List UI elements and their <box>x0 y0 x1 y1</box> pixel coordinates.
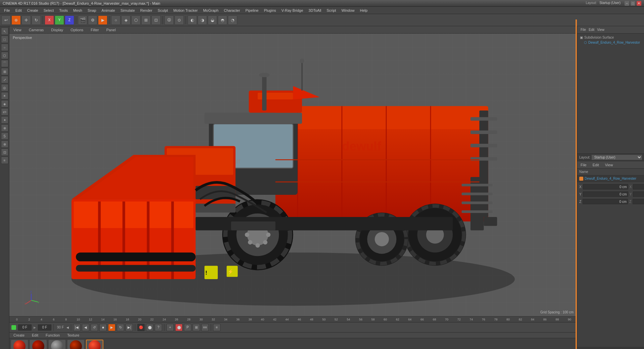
menu-character[interactable]: Character <box>221 8 243 13</box>
viewport-3d[interactable]: Perspective Grid Spacing : 100 cm <box>9 34 577 316</box>
minimize-button[interactable]: − <box>625 1 629 6</box>
key-btn-5[interactable]: ≡≡ <box>201 324 209 331</box>
menu-pipeline[interactable]: Pipeline <box>243 8 261 13</box>
tool-pointer[interactable]: ↖ <box>1 28 8 35</box>
snap-tool-2[interactable]: ⊙ <box>175 15 184 25</box>
menu-simulate[interactable]: Simulate <box>118 8 138 13</box>
key-btn-4[interactable]: ⊞ <box>193 324 200 331</box>
tool-tag[interactable]: 🏷 <box>1 108 8 116</box>
material-vr-bod[interactable]: VR_Bod <box>30 340 47 349</box>
coord-z-size[interactable] <box>633 199 644 204</box>
tool-sphere[interactable]: ○ <box>1 44 8 51</box>
render-button[interactable]: ▶ <box>98 15 107 25</box>
tool-xref[interactable]: ⊗ <box>1 124 8 132</box>
menu-help[interactable]: Help <box>357 8 370 13</box>
camera-tool-3[interactable]: ◒ <box>208 15 217 25</box>
mat-menu-texture[interactable]: Texture <box>65 333 81 338</box>
material-vr-back[interactable]: VR_Back <box>11 340 28 349</box>
play-reverse-button[interactable]: ↺ <box>91 324 98 331</box>
vp-menu-display[interactable]: Display <box>49 27 65 33</box>
z-axis-button[interactable]: Z <box>65 15 74 25</box>
object-tool-1[interactable]: ○ <box>111 15 120 25</box>
current-frame-input[interactable] <box>18 324 32 331</box>
menu-render[interactable]: Render <box>138 8 155 13</box>
prev-frame-button[interactable]: ◀ <box>82 324 89 331</box>
menu-tools[interactable]: Tools <box>56 8 70 13</box>
menu-file[interactable]: File <box>1 8 13 13</box>
coord-y-pos[interactable] <box>583 191 628 197</box>
camera-tool-4[interactable]: ◓ <box>218 15 227 25</box>
tool-nurbs[interactable]: ⊞ <box>1 68 8 75</box>
timeline-ruler[interactable]: 0 2 4 6 8 10 12 14 16 18 20 22 24 26 28 … <box>9 316 577 322</box>
key-btn-2[interactable]: ⬤ <box>175 324 183 331</box>
vp-menu-cameras[interactable]: Cameras <box>27 27 46 33</box>
next-frame-button[interactable]: ↻ <box>117 324 124 331</box>
vp-menu-view[interactable]: View <box>11 27 23 33</box>
scene-item-subdivision[interactable]: ▣ Subdivision Surface <box>579 35 643 40</box>
record-btn-1[interactable]: 🔴 <box>137 324 145 331</box>
menu-window[interactable]: Window <box>339 8 357 13</box>
y-axis-button[interactable]: Y <box>55 15 64 25</box>
tool-camera[interactable]: ◎ <box>1 84 8 91</box>
tool-light[interactable]: ☀ <box>1 92 8 99</box>
render-view-button[interactable]: 🎬 <box>78 15 87 25</box>
menu-plugins[interactable]: Plugins <box>261 8 279 13</box>
scene-file-menu[interactable]: File <box>579 28 587 32</box>
tool-poly[interactable]: ⬡ <box>1 52 8 59</box>
undo-button[interactable]: ↩ <box>1 15 11 25</box>
key-btn-1[interactable]: + <box>166 324 174 331</box>
material-vr-rib[interactable]: VR_Rib <box>86 340 103 349</box>
material-vr-cha[interactable]: VR_Cha <box>67 340 85 349</box>
close-button[interactable]: ✕ <box>637 1 641 6</box>
tool-paint[interactable]: S <box>1 132 8 140</box>
x-axis-button[interactable]: X <box>45 15 54 25</box>
tool-mograph[interactable]: ⊡ <box>1 148 8 156</box>
record-btn-3[interactable]: ? <box>155 324 162 331</box>
tool-material[interactable]: ◈ <box>1 100 8 107</box>
menu-edit[interactable]: Edit <box>13 8 24 13</box>
scene-item-harvester[interactable]: ⬡ Dewulf_Enduro_4_Row_Harvestor <box>579 40 643 45</box>
tool-hair[interactable]: ≡ <box>1 157 8 164</box>
object-tool-3[interactable]: ⬡ <box>131 15 141 25</box>
coords-edit-menu[interactable]: Edit <box>591 162 600 168</box>
maximize-button[interactable]: □ <box>631 1 635 6</box>
coord-x-pos[interactable] <box>583 184 628 189</box>
render-settings-button[interactable]: ⚙ <box>88 15 97 25</box>
tool-cube[interactable]: □ <box>1 36 8 43</box>
coord-z-pos[interactable] <box>583 199 628 204</box>
object-tool-5[interactable]: ⊡ <box>151 15 161 25</box>
menu-animate[interactable]: Animate <box>99 8 118 13</box>
tool-fx[interactable]: ✦ <box>1 116 8 124</box>
object-tool-2[interactable]: ◈ <box>121 15 131 25</box>
tool-spline[interactable]: ⌒ <box>1 60 8 67</box>
layout-dropdown[interactable]: Startup (User) Standard Animate BP UV Ed… <box>592 155 642 160</box>
camera-tool-2[interactable]: ◑ <box>198 15 207 25</box>
play-button[interactable]: ▶ <box>108 324 115 331</box>
record-btn-2[interactable]: ⬤ <box>146 324 153 331</box>
list-btn[interactable]: ≡ <box>213 324 220 331</box>
tool-deformer[interactable]: ⤢ <box>1 76 8 83</box>
menu-mograph[interactable]: MoGraph <box>200 8 221 13</box>
menu-sculpt[interactable]: Sculpt <box>155 8 171 13</box>
snap-tool-1[interactable]: ⦿ <box>164 15 174 25</box>
menu-mesh[interactable]: Mesh <box>70 8 85 13</box>
vp-menu-options[interactable]: Options <box>68 27 85 33</box>
menu-vraybridge[interactable]: V-Ray Bridge <box>279 8 306 13</box>
rotate-button[interactable]: ↻ <box>32 15 41 25</box>
scene-view-menu[interactable]: View <box>596 28 606 32</box>
coords-view-menu[interactable]: View <box>604 162 614 168</box>
mat-menu-edit[interactable]: Edit <box>30 333 40 338</box>
mat-menu-function[interactable]: Function <box>44 333 62 338</box>
menu-script[interactable]: Script <box>324 8 339 13</box>
camera-tool-1[interactable]: ◐ <box>188 15 197 25</box>
coords-file-menu[interactable]: File <box>579 162 588 168</box>
tool-sculpt[interactable]: ⊕ <box>1 140 8 148</box>
live-select-button[interactable]: ⊕ <box>11 15 21 25</box>
vp-menu-panel[interactable]: Panel <box>104 27 118 33</box>
jump-end-button[interactable]: ▶| <box>126 324 133 331</box>
scene-edit-menu[interactable]: Edit <box>587 28 596 32</box>
stop-button[interactable]: ■ <box>99 324 107 331</box>
object-tool-4[interactable]: ⊞ <box>141 15 151 25</box>
material-vr-cab[interactable]: VR_Cab <box>48 340 66 349</box>
vp-menu-filter[interactable]: Filter <box>89 27 101 33</box>
